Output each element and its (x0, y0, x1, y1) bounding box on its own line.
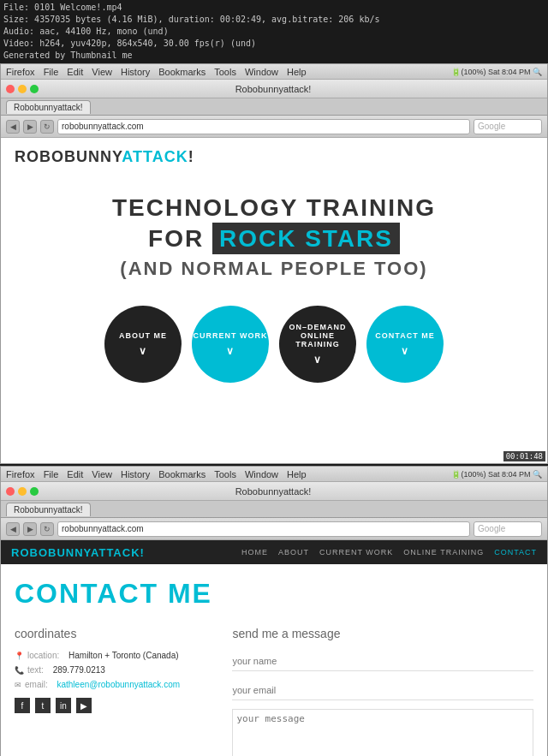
circle-contact[interactable]: CONTACT ME ∨ (366, 306, 444, 383)
circle-online-training[interactable]: ON–DEMANDONLINE TRAINING ∨ (279, 306, 356, 383)
menu-help[interactable]: Help (287, 67, 307, 77)
menu2-edit[interactable]: Edit (67, 469, 83, 479)
close-button[interactable] (6, 85, 15, 93)
toolbar-1: ◀ ▶ ↻ robobunnyattack.com Google (1, 116, 547, 138)
phone-value: 289.779.0213 (53, 665, 105, 675)
email-icon: ✉ (15, 681, 21, 689)
minimize-button[interactable] (18, 85, 27, 93)
site1-header: ROBOBUNNYATTACK! (1, 138, 547, 176)
message-heading: send me a message (232, 627, 533, 640)
menu-bookmarks[interactable]: Bookmarks (158, 67, 206, 77)
search-bar-2[interactable]: Google (474, 521, 542, 537)
coordinates-column: coordinates 📍 location: Hamilton + Toron… (15, 627, 215, 756)
menu-view[interactable]: View (92, 67, 112, 77)
menu2-history[interactable]: History (121, 469, 150, 479)
tab-2[interactable]: Robobunnyattack! (6, 503, 91, 516)
menu2-tools[interactable]: Tools (214, 469, 236, 479)
hero-line3: (AND NORMAL PEOPLE TOO) (1, 258, 547, 280)
message-textarea[interactable] (232, 709, 533, 756)
browser-window-1: Firefox File Edit View History Bookmarks… (0, 63, 548, 464)
contact-title-accent: ME (168, 578, 212, 609)
site2-logo: ROBOBUNNYATTACK! (11, 546, 145, 559)
site2-logo-suffix: ! (140, 546, 145, 559)
website-2: ROBOBUNNYATTACK! HOME ABOUT CURRENT WORK… (1, 540, 547, 756)
site2-logo-main: ROBOBUNNY (11, 546, 91, 559)
search-bar-1[interactable]: Google (474, 119, 542, 134)
youtube-icon[interactable]: ▶ (76, 698, 92, 713)
file-info-bar: File: 0101 Welcome!.mp4 Size: 4357035 by… (0, 0, 548, 63)
nav-current-work[interactable]: CURRENT WORK (319, 548, 393, 557)
hero-highlight: ROCK STARS (212, 223, 400, 255)
email-input[interactable] (232, 680, 533, 700)
twitter-icon[interactable]: t (35, 698, 51, 713)
refresh-button-2[interactable]: ↻ (40, 522, 54, 536)
email-item: ✉ email: kathleen@robobunnyattack.com (15, 680, 215, 689)
maximize-button-2[interactable] (30, 487, 39, 496)
back-button-2[interactable]: ◀ (6, 522, 20, 536)
hero-section: TECHNOLOGY TRAINING FOR ROCK STARS (AND … (1, 176, 547, 289)
menu2-help[interactable]: Help (287, 469, 307, 479)
circle-contact-label: CONTACT ME (375, 331, 434, 340)
phone-item: 📞 text: 289.779.0213 (15, 665, 215, 675)
nav-home[interactable]: HOME (241, 548, 268, 557)
refresh-button[interactable]: ↻ (40, 120, 54, 134)
menu-history[interactable]: History (121, 67, 150, 77)
menu2-bookmarks[interactable]: Bookmarks (158, 469, 206, 479)
menubar-2: Firefox File Edit View History Bookmarks… (1, 467, 547, 482)
contact-page: CONTACT ME coordinates 📍 location: Hamil… (1, 564, 547, 756)
text-label: text: (27, 665, 44, 675)
email-label: email: (25, 680, 48, 689)
location-label: location: (27, 651, 59, 660)
nav-online-training[interactable]: ONLINE TRAINING (403, 548, 484, 557)
menu2-firefox[interactable]: Firefox (6, 469, 35, 479)
circle-current-work[interactable]: CURRENT WORK ∨ (192, 306, 269, 383)
phone-icon: 📞 (15, 666, 24, 675)
contact-columns: coordinates 📍 location: Hamilton + Toron… (15, 627, 533, 756)
tab-bar-2: Robobunnyattack! (1, 501, 547, 518)
social-icons: f t in ▶ (15, 698, 215, 713)
titlebar-2: Robobunnyattack! (1, 482, 547, 501)
menu2-view[interactable]: View (92, 469, 112, 479)
circle-about[interactable]: ABOUT ME ∨ (104, 306, 182, 383)
nav-contact[interactable]: CONTACT (494, 548, 537, 557)
menu-edit[interactable]: Edit (67, 67, 83, 77)
browser-window-2: Firefox File Edit View History Bookmarks… (0, 466, 548, 756)
contact-title-main: CONTACT (15, 578, 158, 609)
back-button[interactable]: ◀ (6, 120, 20, 134)
close-button-2[interactable] (6, 487, 15, 496)
location-icon: 📍 (15, 652, 24, 660)
menu-file[interactable]: File (44, 67, 59, 77)
forward-button-2[interactable]: ▶ (23, 522, 37, 536)
maximize-button[interactable] (30, 85, 39, 93)
minimize-button-2[interactable] (18, 487, 27, 496)
circle-about-chevron: ∨ (139, 345, 147, 357)
menu2-file[interactable]: File (44, 469, 59, 479)
menubar-1: Firefox File Edit View History Bookmarks… (1, 64, 547, 80)
nav-about[interactable]: ABOUT (278, 548, 309, 557)
traffic-lights-1[interactable] (6, 85, 39, 93)
email-value[interactable]: kathleen@robobunnyattack.com (57, 680, 180, 689)
site2-nav-links: HOME ABOUT CURRENT WORK ONLINE TRAINING … (241, 548, 537, 557)
file-info-line2: Size: 4357035 bytes (4.16 MiB), duration… (3, 14, 545, 26)
menu-firefox[interactable]: Firefox (6, 67, 35, 77)
message-column: send me a message SEND (232, 627, 533, 756)
linkedin-icon[interactable]: in (56, 698, 71, 713)
logo-main: ROBOBUNNY (15, 148, 122, 165)
url-bar-1[interactable]: robobunnyattack.com (57, 119, 470, 134)
tab-1[interactable]: Robobunnyattack! (6, 100, 91, 114)
hero-line1: TECHNOLOGY TRAINING (1, 193, 547, 223)
menu-window[interactable]: Window (245, 67, 278, 77)
name-input[interactable] (232, 651, 533, 671)
menu2-window[interactable]: Window (245, 469, 278, 479)
url-bar-2[interactable]: robobunnyattack.com (57, 521, 470, 537)
search-placeholder: Google (478, 122, 505, 131)
site2-nav: ROBOBUNNYATTACK! HOME ABOUT CURRENT WORK… (1, 540, 547, 564)
file-info-line4: Video: h264, yuv420p, 864x540, 30.00 fps… (3, 38, 545, 50)
menu-tools[interactable]: Tools (214, 67, 236, 77)
forward-button[interactable]: ▶ (23, 120, 37, 134)
sysbar2-info: 🔋(100%) Sat 8:04 PM 🔍 (451, 470, 542, 479)
toolbar-2: ◀ ▶ ↻ robobunnyattack.com Google (1, 518, 547, 540)
traffic-lights-2[interactable] (6, 487, 39, 496)
circle-current-chevron: ∨ (226, 345, 235, 357)
facebook-icon[interactable]: f (15, 698, 30, 713)
